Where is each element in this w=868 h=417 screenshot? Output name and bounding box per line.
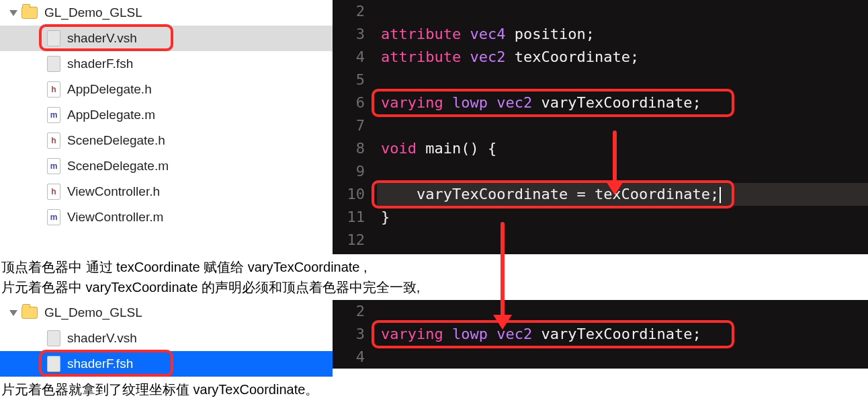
h-file-icon: h — [47, 184, 60, 200]
code-line[interactable]: void main() { — [377, 137, 868, 160]
file-row[interactable]: hSceneDelegate.h — [0, 128, 333, 153]
code-token: attribute — [381, 48, 461, 65]
code-line[interactable] — [377, 300, 868, 323]
code-area[interactable]: attribute vec4 position;attribute vec2 t… — [373, 0, 868, 254]
line-number: 2 — [333, 300, 365, 323]
folder-label: GL_Demo_GLSL — [44, 5, 142, 20]
code-token — [488, 94, 496, 111]
code-token: texCoordinate; — [505, 48, 639, 65]
code-line[interactable]: } — [377, 206, 868, 229]
line-number: 5 — [333, 69, 365, 91]
annotation-line: 片元着色器中 varyTexCoordinate 的声明必须和顶点着色器中完全一… — [1, 277, 864, 297]
code-token: main() { — [417, 140, 496, 157]
code-line[interactable] — [377, 229, 868, 252]
code-token: varyTexCoordinate = texCoordinate; — [381, 186, 719, 202]
code-area[interactable]: varying lowp vec2 varyTexCoordinate; — [373, 300, 868, 369]
arrow-2-head — [493, 315, 512, 330]
shader-file-icon — [47, 330, 60, 346]
line-number: 4 — [333, 46, 365, 69]
folder-row[interactable]: GL_Demo_GLSL — [0, 0, 333, 26]
annotation-text-2: 片元着色器就拿到了纹理坐标值 varyTexCoordinate。 — [0, 377, 868, 402]
code-token: attribute — [381, 26, 461, 42]
annotation-line: 顶点着色器中 通过 texCoordinate 赋值给 varyTexCoord… — [1, 257, 864, 277]
code-token — [461, 26, 470, 42]
line-number: 6 — [333, 91, 365, 114]
arrow-1-head — [605, 180, 624, 195]
line-number: 10 — [333, 183, 365, 206]
file-label: AppDelegate.m — [67, 108, 155, 122]
shader-file-icon — [47, 56, 60, 72]
line-number: 4 — [333, 346, 365, 369]
code-token: void — [381, 140, 417, 157]
line-gutter: 23456789101112 — [333, 0, 373, 254]
shader-file-icon — [47, 356, 60, 372]
folder-row[interactable]: GL_Demo_GLSL — [0, 300, 333, 326]
code-token: vec2 — [496, 94, 532, 111]
code-line[interactable]: varying lowp vec2 varyTexCoordinate; — [377, 91, 868, 114]
file-row[interactable]: shaderF.fsh — [0, 51, 333, 77]
folder-icon — [21, 307, 38, 319]
line-number: 9 — [333, 160, 365, 183]
line-number: 3 — [333, 323, 365, 346]
file-row[interactable]: shaderF.fsh — [0, 351, 333, 377]
line-number: 8 — [333, 137, 365, 160]
code-token: varying — [381, 94, 443, 111]
annotation-text-1: 顶点着色器中 通过 texCoordinate 赋值给 varyTexCoord… — [0, 254, 868, 300]
code-token: lowp — [452, 326, 488, 342]
code-token: varyTexCoordinate; — [532, 94, 701, 111]
file-label: ViewController.m — [67, 210, 163, 225]
code-token: } — [381, 208, 390, 225]
line-number: 7 — [333, 114, 365, 137]
file-label: shaderV.vsh — [67, 31, 137, 46]
file-label: shaderF.fsh — [67, 356, 133, 371]
file-row[interactable]: shaderV.vsh — [0, 26, 333, 51]
code-line[interactable] — [377, 346, 868, 369]
m-file-icon: m — [47, 158, 60, 174]
arrow-2-stem — [501, 222, 505, 316]
code-token: varying — [381, 326, 443, 342]
code-line[interactable] — [377, 0, 868, 23]
code-token — [461, 48, 470, 65]
code-line[interactable] — [377, 114, 868, 137]
code-editor-top[interactable]: 23456789101112 attribute vec4 position;a… — [333, 0, 868, 254]
code-line[interactable]: varying lowp vec2 varyTexCoordinate; — [377, 323, 868, 346]
file-label: SceneDelegate.m — [67, 159, 169, 174]
file-row[interactable]: mAppDelegate.m — [0, 102, 333, 128]
file-navigator-top: GL_Demo_GLSLshaderV.vshshaderF.fshhAppDe… — [0, 0, 333, 254]
m-file-icon: m — [47, 107, 60, 123]
folder-icon — [21, 7, 38, 19]
code-token: lowp — [452, 94, 488, 111]
file-row[interactable]: hViewController.h — [0, 179, 333, 204]
file-row[interactable]: hAppDelegate.h — [0, 77, 333, 102]
folder-label: GL_Demo_GLSL — [44, 305, 142, 320]
file-row[interactable]: shaderV.vsh — [0, 326, 333, 351]
h-file-icon: h — [47, 81, 60, 98]
file-label: ViewController.h — [67, 184, 160, 199]
arrow-1-stem — [613, 130, 617, 182]
code-line[interactable] — [377, 160, 868, 183]
code-editor-bottom[interactable]: 234 varying lowp vec2 varyTexCoordinate; — [333, 300, 868, 369]
disclosure-triangle-icon[interactable] — [9, 10, 17, 16]
code-token — [443, 326, 452, 342]
line-number: 3 — [333, 23, 365, 46]
code-line[interactable]: attribute vec2 texCoordinate; — [377, 46, 868, 69]
code-token: vec2 — [470, 48, 505, 65]
file-row[interactable]: mViewController.m — [0, 204, 333, 230]
file-label: SceneDelegate.h — [67, 133, 165, 148]
h-file-icon: h — [47, 132, 60, 149]
line-number: 2 — [333, 0, 365, 23]
file-row[interactable]: mSceneDelegate.m — [0, 153, 333, 179]
file-label: shaderF.fsh — [67, 56, 133, 71]
code-line[interactable] — [377, 69, 868, 91]
file-label: AppDelegate.h — [67, 82, 152, 97]
code-line[interactable]: attribute vec4 position; — [377, 23, 868, 46]
code-token — [443, 94, 452, 111]
file-label: shaderV.vsh — [67, 331, 137, 346]
code-token: position; — [505, 26, 594, 42]
disclosure-triangle-icon[interactable] — [9, 310, 17, 316]
line-number: 11 — [333, 206, 365, 229]
code-token: varyTexCoordinate; — [532, 326, 701, 342]
code-token: vec4 — [470, 26, 505, 42]
file-navigator-bottom: GL_Demo_GLSLshaderV.vshshaderF.fsh — [0, 300, 333, 377]
shader-file-icon — [47, 30, 60, 46]
